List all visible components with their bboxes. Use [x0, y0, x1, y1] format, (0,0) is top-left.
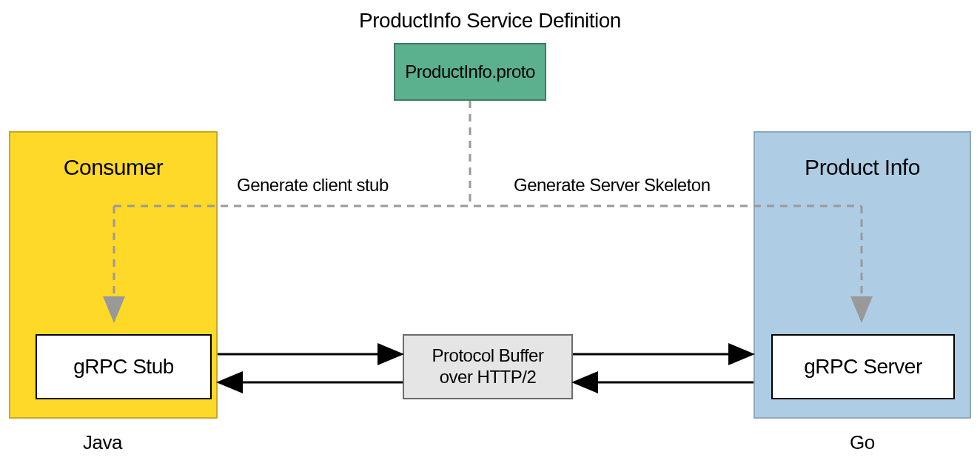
consumer-language: Java: [83, 431, 122, 454]
proto-file-label: ProductInfo.proto: [405, 61, 535, 82]
protocol-line-1: Protocol Buffer: [432, 345, 544, 367]
grpc-stub-box: gRPC Stub: [36, 334, 212, 399]
grpc-server-label: gRPC Server: [804, 355, 922, 379]
proto-file-box: ProductInfo.proto: [394, 43, 546, 101]
grpc-stub-label: gRPC Stub: [73, 355, 174, 379]
protocol-line-2: over HTTP/2: [440, 367, 537, 388]
diagram-title: ProductInfo Service Definition: [359, 9, 621, 33]
protocol-box: Protocol Buffer over HTTP/2: [403, 334, 573, 399]
product-info-title: Product Info: [805, 155, 920, 180]
consumer-title: Consumer: [64, 155, 163, 180]
server-language: Go: [850, 431, 875, 454]
generate-client-label: Generate client stub: [237, 175, 389, 196]
generate-server-label: Generate Server Skeleton: [514, 175, 711, 196]
grpc-server-box: gRPC Server: [771, 334, 955, 399]
consumer-container: Consumer gRPC Stub: [9, 131, 218, 419]
product-info-container: Product Info gRPC Server: [754, 131, 971, 419]
